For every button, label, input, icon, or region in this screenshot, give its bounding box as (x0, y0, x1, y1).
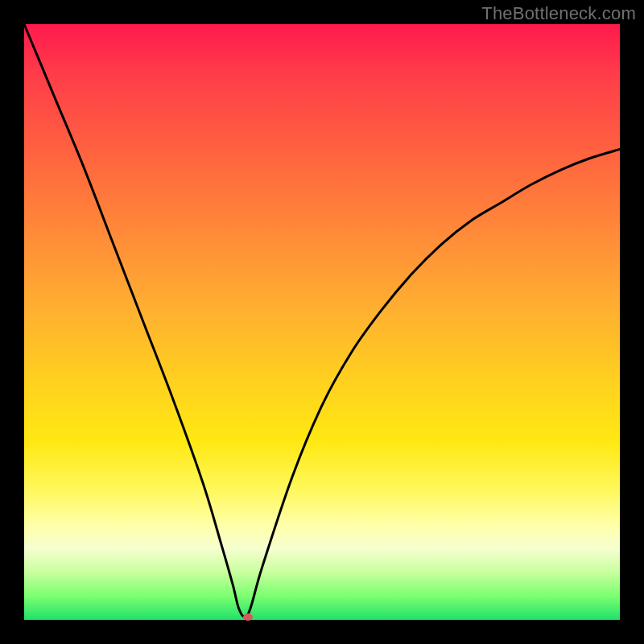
watermark-label: TheBottleneck.com (481, 3, 636, 24)
chart-frame: TheBottleneck.com (0, 0, 644, 644)
bottleneck-curve (24, 24, 620, 620)
current-point-marker (243, 613, 253, 621)
plot-area (24, 24, 620, 620)
